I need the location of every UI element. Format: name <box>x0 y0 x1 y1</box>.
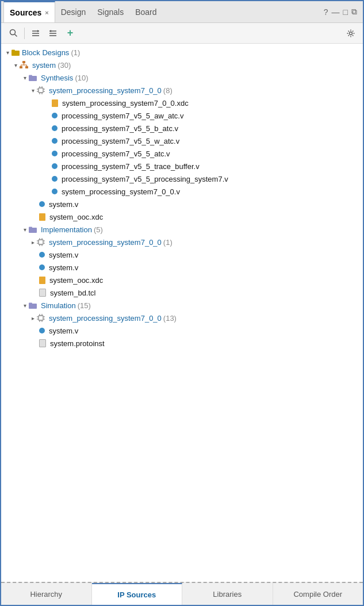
dot-icon-w <box>52 138 58 144</box>
folder-svg <box>12 49 20 56</box>
tree-item-dot-ps7[interactable]: ▸ processing_system7_v5_5_processing_sys… <box>1 172 363 185</box>
tree-item-simulation[interactable]: ▾ Simulation (15) <box>1 299 363 312</box>
tab-sources-close[interactable]: × <box>45 9 48 16</box>
chip-svg-impl <box>37 238 45 246</box>
sps-synth-label: system_processing_system7_0_0 <box>49 86 162 95</box>
tree-item-sps-sim[interactable]: ▸ system_processing_system7_0_0 (13) <box>1 312 363 324</box>
tree-item-sps-synth[interactable]: ▾ system_processing_system7_0_0 (8) <box>1 84 363 97</box>
chip-icon-sps-synth <box>37 86 45 94</box>
expand-sps-synth[interactable]: ▾ <box>29 87 37 94</box>
tab-signals[interactable]: Signals <box>91 1 129 22</box>
bottom-tab-ip-sources[interactable]: IP Sources <box>92 583 183 605</box>
folder-icon-sim <box>29 302 37 309</box>
tree-item-system-v-impl-2[interactable]: ▸ system.v <box>1 261 363 274</box>
system-proto-label: system.protoinst <box>50 339 105 348</box>
tree-item-system-proto[interactable]: ▸ system.protoinst <box>1 337 363 350</box>
folder-icon-block-designs <box>12 49 20 56</box>
tree-item-implementation[interactable]: ▾ Implementation (5) <box>1 223 363 236</box>
tree-item-system-v-synth[interactable]: ▸ system.v <box>1 198 363 210</box>
tree-item-dot-atc[interactable]: ▸ processing_system7_v5_5_atc.v <box>1 147 363 160</box>
tab-sources[interactable]: Sources × <box>3 1 55 22</box>
expand-sps-impl[interactable]: ▸ <box>29 239 37 246</box>
hierarchy-svg <box>20 61 28 69</box>
expand-sps-sim[interactable]: ▸ <box>29 315 37 321</box>
expand-simulation[interactable]: ▾ <box>21 302 29 309</box>
svg-rect-11 <box>22 61 25 63</box>
tree-item-system-ooc-impl[interactable]: ▸ system_ooc.xdc <box>1 274 363 286</box>
chip-icon-sps-sim <box>37 314 45 322</box>
tab-design-label: Design <box>61 7 86 17</box>
tab-signals-label: Signals <box>97 7 124 17</box>
window-controls: ? — □ ⧉ <box>324 7 361 17</box>
tree-content: ▾ Block Designs (1) ▾ <box>1 44 363 582</box>
tab-design[interactable]: Design <box>55 1 92 22</box>
tree-item-sps-impl[interactable]: ▸ system_processing_system7_0_0 (1) <box>1 236 363 248</box>
dot-w-label: processing_system7_v5_5_w_atc.v <box>62 137 179 145</box>
tree-item-block-designs[interactable]: ▾ Block Designs (1) <box>1 46 363 59</box>
add-button[interactable]: + <box>63 26 78 41</box>
expand-synthesis[interactable]: ▾ <box>21 75 29 81</box>
dot-atc-label: processing_system7_v5_5_atc.v <box>62 149 170 158</box>
svg-point-0 <box>10 30 15 35</box>
bottom-tab-hierarchy[interactable]: Hierarchy <box>1 583 92 605</box>
xdc-icon-ooc-synth <box>39 213 45 221</box>
expand-block-designs[interactable]: ▾ <box>3 49 12 56</box>
bottom-tab-libraries[interactable]: Libraries <box>182 583 273 605</box>
dot-ps7-label: processing_system7_v5_5_processing_syste… <box>62 175 228 183</box>
tree-item-system-v-impl-1[interactable]: ▸ system.v <box>1 248 363 261</box>
tree-item-system-ooc-synth[interactable]: ▸ system_ooc.xdc <box>1 210 363 223</box>
sps-sim-count: (13) <box>163 314 177 323</box>
synthesis-label: Synthesis <box>41 74 73 82</box>
float-icon[interactable]: ⧉ <box>351 7 357 17</box>
tree-item-dot-b[interactable]: ▸ processing_system7_v5_5_b_atc.v <box>1 122 363 135</box>
dot-sps-v-label: system_processing_system7_0_0.v <box>62 187 180 196</box>
maximize-icon[interactable]: □ <box>343 7 348 17</box>
folder-synth-svg <box>29 74 37 82</box>
proto-icon <box>39 339 46 347</box>
minimize-icon[interactable]: — <box>332 7 340 17</box>
chip-icon-sps-impl <box>37 238 45 246</box>
system-v-synth-label: system.v <box>49 200 78 209</box>
dot-icon-system-v-synth <box>39 201 45 207</box>
tree-item-system-v-sim[interactable]: ▸ system.v <box>1 324 363 337</box>
collapse-all-button[interactable] <box>28 26 43 41</box>
search-button[interactable] <box>6 26 21 41</box>
block-designs-label: Block Designs <box>22 48 69 57</box>
tab-bar: Sources × Design Signals Board ? — □ ⧉ <box>1 1 363 23</box>
tree-item-system-bd-tcl[interactable]: ▸ system_bd.tcl <box>1 286 363 299</box>
tree-item-synthesis[interactable]: ▾ Synthesis (10) <box>1 71 363 84</box>
tree-item-xdc-1[interactable]: ▸ system_processing_system7_0_0.xdc <box>1 97 363 109</box>
tree-item-dot-trace[interactable]: ▸ processing_system7_v5_5_trace_buffer.v <box>1 160 363 172</box>
tree-item-system[interactable]: ▾ system (30) <box>1 59 363 71</box>
tree-item-dot-w[interactable]: ▸ processing_system7_v5_5_w_atc.v <box>1 135 363 147</box>
simulation-count: (15) <box>78 301 91 310</box>
dot-icon-ps7 <box>52 176 58 182</box>
settings-button[interactable] <box>343 26 358 41</box>
search-icon <box>9 29 18 37</box>
xdc-icon-ooc-impl <box>39 277 45 284</box>
sps-impl-label: system_processing_system7_0_0 <box>49 238 162 247</box>
expand-implementation[interactable]: ▾ <box>21 227 29 233</box>
folder-icon-impl <box>29 226 37 233</box>
tab-board[interactable]: Board <box>129 1 162 22</box>
folder-impl-svg <box>29 226 37 233</box>
dot-icon-atc <box>52 151 58 156</box>
toolbar: + <box>1 23 363 44</box>
gear-icon <box>346 29 355 38</box>
tree-item-dot-sps-v[interactable]: ▸ system_processing_system7_0_0.v <box>1 185 363 198</box>
dot-icon-trace <box>52 163 58 169</box>
tree-item-dot-aw[interactable]: ▸ processing_system7_v5_5_aw_atc.v <box>1 109 363 122</box>
expand-icon <box>48 29 58 38</box>
svg-rect-31 <box>39 240 43 244</box>
help-icon[interactable]: ? <box>324 7 328 17</box>
svg-line-1 <box>14 34 17 37</box>
expand-system[interactable]: ▾ <box>12 62 20 68</box>
bottom-tab-compile-order[interactable]: Compile Order <box>273 583 363 605</box>
hierarchy-icon-system <box>20 61 28 69</box>
dot-icon-aw <box>52 113 58 118</box>
expand-all-button[interactable] <box>45 26 60 41</box>
dot-trace-label: processing_system7_v5_5_trace_buffer.v <box>62 162 200 171</box>
tab-sources-label: Sources <box>10 8 41 17</box>
dot-icon-sps-v <box>52 189 58 194</box>
folder-icon-synthesis <box>29 74 37 82</box>
